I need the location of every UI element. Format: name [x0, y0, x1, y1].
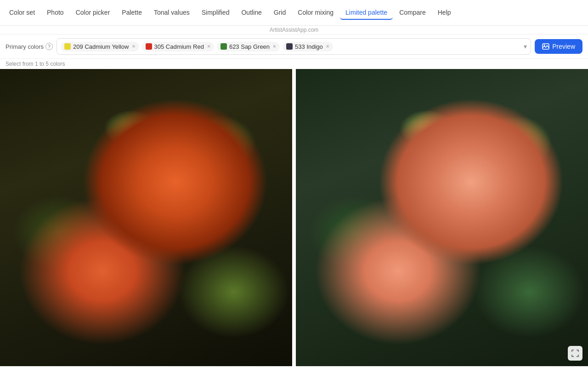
fullscreen-button[interactable] [568, 346, 582, 361]
nav-item-grid[interactable]: Grid [268, 6, 291, 20]
nav-item-color-picker[interactable]: Color picker [70, 6, 116, 20]
panel-divider [292, 69, 296, 366]
sap-green-swatch [220, 43, 227, 50]
color-hint: Select from 1 to 5 colors [0, 59, 588, 69]
preview-icon [542, 43, 549, 50]
left-processed-image [0, 69, 292, 366]
help-icon[interactable]: ? [45, 43, 53, 50]
right-original-image [296, 69, 588, 366]
brand-subtitle: ArtistAssistApp.com [0, 26, 588, 34]
nav-item-tonal-values[interactable]: Tonal values [148, 6, 195, 20]
color-tags-container: 209 Cadmium Yellow × 305 Cadmium Red × 6… [57, 38, 531, 55]
svg-point-1 [544, 45, 545, 46]
cadmium-yellow-label: 209 Cadmium Yellow [73, 43, 129, 50]
nav-item-help[interactable]: Help [432, 6, 457, 20]
indigo-swatch [286, 43, 293, 50]
nav-item-limited-palette[interactable]: Limited palette [340, 6, 393, 20]
nav-item-photo[interactable]: Photo [41, 6, 69, 20]
cadmium-red-remove[interactable]: × [207, 43, 210, 50]
primary-colors-label: Primary colors ? [6, 43, 53, 50]
color-tags-dropdown[interactable]: ▾ [524, 43, 527, 50]
nav-item-outline[interactable]: Outline [236, 6, 267, 20]
nav-item-compare[interactable]: Compare [394, 6, 431, 20]
cadmium-red-label: 305 Cadmium Red [154, 43, 204, 50]
preview-button[interactable]: Preview [535, 39, 582, 54]
navigation: Color set Photo Color picker Palette Ton… [0, 0, 588, 26]
nav-item-color-mixing[interactable]: Color mixing [292, 6, 339, 20]
preview-label: Preview [552, 43, 575, 50]
color-tag-indigo: 533 Indigo × [283, 42, 333, 52]
cadmium-yellow-remove[interactable]: × [132, 43, 135, 50]
primary-colors-text: Primary colors [6, 43, 44, 50]
nav-item-color-set[interactable]: Color set [4, 6, 40, 20]
color-tag-cadmium-yellow: 209 Cadmium Yellow × [61, 42, 139, 52]
images-area [0, 69, 588, 366]
indigo-remove[interactable]: × [326, 43, 329, 50]
nav-item-palette[interactable]: Palette [116, 6, 147, 20]
fullscreen-icon [571, 350, 579, 357]
right-image-panel [296, 69, 588, 366]
color-tag-sap-green: 623 Sap Green × [217, 42, 280, 52]
indigo-label: 533 Indigo [295, 43, 323, 50]
left-image-panel [0, 69, 292, 366]
toolbar: Primary colors ? 209 Cadmium Yellow × 30… [0, 34, 588, 59]
nav-item-simplified[interactable]: Simplified [196, 6, 235, 20]
color-tag-cadmium-red: 305 Cadmium Red × [142, 42, 214, 52]
sap-green-remove[interactable]: × [273, 43, 276, 50]
cadmium-yellow-swatch [64, 43, 71, 50]
cadmium-red-swatch [146, 43, 152, 50]
sap-green-label: 623 Sap Green [229, 43, 270, 50]
